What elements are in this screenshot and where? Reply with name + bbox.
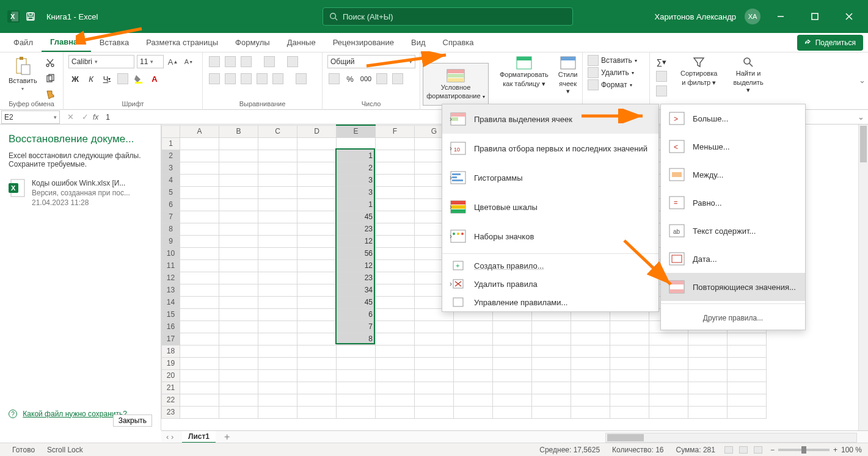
tab-help[interactable]: Справка bbox=[434, 33, 483, 52]
cell[interactable] bbox=[415, 333, 454, 345]
cell[interactable] bbox=[688, 369, 728, 382]
cell[interactable] bbox=[415, 357, 454, 369]
cell[interactable]: 45 bbox=[337, 296, 376, 308]
row-header[interactable]: 20 bbox=[162, 369, 180, 382]
cell[interactable] bbox=[297, 406, 337, 418]
align-top-icon[interactable] bbox=[208, 55, 221, 68]
submenu-less[interactable]: <Меньше... bbox=[661, 132, 805, 161]
cell[interactable] bbox=[297, 382, 337, 394]
cell[interactable] bbox=[297, 369, 337, 382]
format-painter-button[interactable] bbox=[43, 88, 57, 101]
increase-font-icon[interactable]: A▲ bbox=[166, 55, 180, 68]
minimize-button[interactable] bbox=[767, 7, 795, 26]
cell[interactable] bbox=[297, 186, 337, 198]
cell[interactable] bbox=[376, 198, 415, 211]
user-name[interactable]: Харитонов Александр bbox=[655, 12, 736, 21]
cell[interactable] bbox=[258, 272, 297, 284]
cell[interactable] bbox=[297, 198, 337, 211]
cell[interactable] bbox=[180, 394, 219, 406]
cell[interactable] bbox=[297, 308, 337, 320]
cell[interactable] bbox=[571, 394, 610, 406]
cell[interactable] bbox=[649, 394, 688, 406]
insert-cells-button[interactable]: Вставить▾ bbox=[588, 55, 644, 66]
cell[interactable] bbox=[415, 369, 454, 382]
cell[interactable] bbox=[376, 345, 415, 357]
cell[interactable] bbox=[571, 333, 610, 345]
sheet-nav[interactable]: ‹ › bbox=[166, 432, 173, 441]
cell[interactable] bbox=[571, 357, 610, 369]
cell[interactable] bbox=[376, 137, 415, 150]
inc-decimal-icon[interactable] bbox=[375, 72, 388, 85]
cell[interactable] bbox=[493, 320, 532, 333]
cell[interactable] bbox=[376, 186, 415, 198]
cell[interactable] bbox=[258, 162, 297, 174]
cell[interactable] bbox=[180, 174, 219, 186]
clear-icon[interactable] bbox=[655, 84, 668, 98]
cell[interactable] bbox=[180, 211, 219, 223]
row-header[interactable]: 2 bbox=[162, 150, 180, 162]
cell[interactable] bbox=[258, 259, 297, 272]
cell[interactable] bbox=[219, 272, 258, 284]
cell[interactable] bbox=[219, 296, 258, 308]
cell[interactable]: 8 bbox=[337, 333, 376, 345]
cell[interactable] bbox=[610, 406, 649, 418]
row-header[interactable]: 19 bbox=[162, 357, 180, 369]
cell[interactable] bbox=[180, 296, 219, 308]
row-header[interactable]: 16 bbox=[162, 320, 180, 333]
row-header[interactable]: 14 bbox=[162, 296, 180, 308]
font-name-select[interactable]: Calibri▾ bbox=[68, 55, 134, 68]
cell[interactable] bbox=[180, 345, 219, 357]
cell[interactable] bbox=[258, 137, 297, 150]
cell[interactable] bbox=[297, 320, 337, 333]
menu-new-rule[interactable]: + Создать правило... bbox=[442, 256, 658, 275]
bold-button[interactable]: Ж bbox=[68, 72, 82, 85]
cell[interactable] bbox=[493, 369, 532, 382]
cell[interactable] bbox=[219, 198, 258, 211]
cell[interactable] bbox=[454, 357, 493, 369]
format-cells-button[interactable]: Формат▾ bbox=[588, 79, 644, 90]
orientation-icon[interactable] bbox=[263, 55, 276, 68]
cell[interactable]: 56 bbox=[337, 247, 376, 259]
zoom-slider[interactable] bbox=[778, 449, 830, 451]
row-header[interactable]: 5 bbox=[162, 186, 180, 198]
fill-color-button[interactable] bbox=[132, 72, 145, 85]
italic-button[interactable]: К bbox=[84, 72, 98, 85]
cell[interactable] bbox=[532, 357, 571, 369]
tab-home[interactable]: Главная bbox=[42, 33, 91, 52]
menu-data-bars[interactable]: Гистограммы› bbox=[442, 163, 658, 192]
close-button[interactable] bbox=[835, 7, 863, 26]
tab-formulas[interactable]: Формулы bbox=[227, 33, 279, 52]
font-color-button[interactable]: A bbox=[148, 72, 161, 85]
cell[interactable] bbox=[376, 211, 415, 223]
cell[interactable] bbox=[219, 406, 258, 418]
view-pagebreak-icon[interactable] bbox=[751, 444, 765, 455]
tab-file[interactable]: Файл bbox=[5, 33, 42, 52]
cell[interactable] bbox=[297, 137, 337, 150]
cell[interactable] bbox=[728, 382, 767, 394]
font-size-select[interactable]: 11▾ bbox=[137, 55, 164, 68]
col-header[interactable]: B bbox=[219, 125, 258, 137]
add-sheet-button[interactable]: + bbox=[224, 432, 230, 443]
border-button[interactable] bbox=[116, 72, 129, 85]
cell[interactable] bbox=[376, 333, 415, 345]
cell[interactable] bbox=[180, 333, 219, 345]
cell[interactable] bbox=[532, 369, 571, 382]
decrease-font-icon[interactable]: A▼ bbox=[182, 55, 195, 68]
cell[interactable]: 6 bbox=[337, 308, 376, 320]
cell[interactable]: 3 bbox=[337, 174, 376, 186]
cell[interactable] bbox=[728, 333, 767, 345]
cell[interactable] bbox=[219, 357, 258, 369]
cell[interactable] bbox=[571, 369, 610, 382]
cell[interactable]: 23 bbox=[337, 223, 376, 235]
submenu-equal[interactable]: =Равно... bbox=[661, 189, 805, 217]
cell[interactable] bbox=[493, 406, 532, 418]
cell[interactable] bbox=[688, 357, 728, 369]
cell[interactable] bbox=[180, 162, 219, 174]
cell[interactable] bbox=[571, 345, 610, 357]
cell[interactable]: 34 bbox=[337, 284, 376, 296]
row-header[interactable]: 13 bbox=[162, 284, 180, 296]
cell[interactable] bbox=[376, 308, 415, 320]
cell[interactable] bbox=[532, 320, 571, 333]
col-header[interactable]: F bbox=[376, 125, 415, 137]
cell[interactable] bbox=[219, 259, 258, 272]
